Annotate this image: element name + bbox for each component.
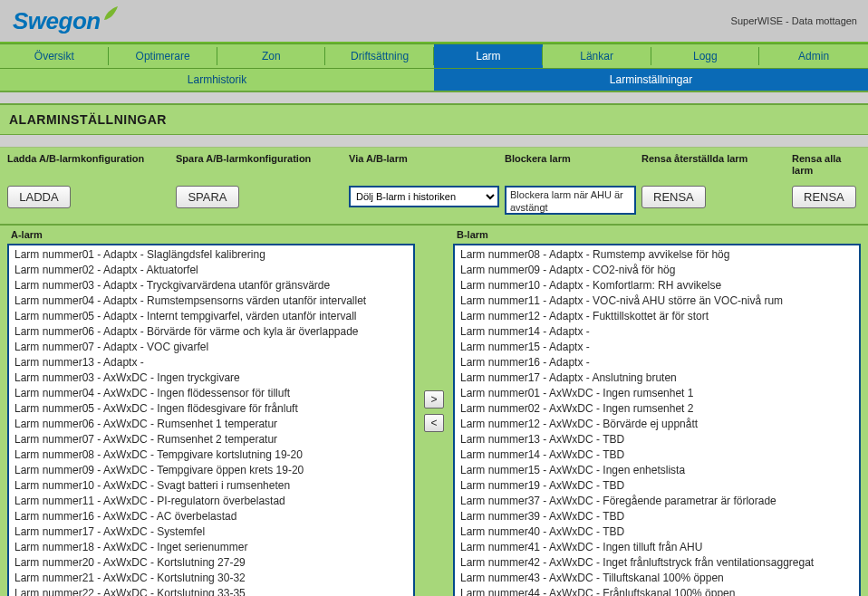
- list-item[interactable]: Larm nummer17 - Adaptx - Anslutning brut…: [457, 370, 857, 386]
- via-select[interactable]: Dölj B-larm i historiken: [349, 186, 499, 207]
- list-item[interactable]: Larm nummer14 - AxWxDC - TBD: [457, 447, 857, 463]
- clear-restored-label: Rensa återställda larm: [641, 153, 786, 177]
- list-item[interactable]: Larm nummer01 - AxWxDC - Ingen rumsenhet…: [457, 386, 857, 401]
- block-option[interactable]: Blockera larm när AHU är avstängt: [505, 186, 636, 215]
- move-left-button[interactable]: <: [424, 414, 444, 432]
- a-alarm-title: A-larm: [11, 229, 415, 240]
- lists-row: A-larm Larm nummer01 - Adaptx - Slagläng…: [0, 226, 868, 596]
- sub-nav: LarmhistorikLarminställningar: [0, 69, 868, 92]
- list-item[interactable]: Larm nummer10 - AxWxDC - Svagt batteri i…: [11, 478, 411, 494]
- clear-all-button[interactable]: RENSA: [792, 186, 856, 208]
- list-item[interactable]: Larm nummer03 - AxWxDC - Ingen tryckgiva…: [11, 370, 411, 386]
- nav-item-zon[interactable]: Zon: [217, 44, 326, 68]
- list-item[interactable]: Larm nummer42 - AxWxDC - Inget frånlufts…: [457, 555, 857, 571]
- list-item[interactable]: Larm nummer03 - Adaptx - Tryckgivarvärde…: [11, 278, 411, 293]
- nav-item-logg[interactable]: Logg: [651, 44, 760, 68]
- group-block: Blockera larm Blockera larm när AHU är a…: [505, 153, 636, 215]
- list-item[interactable]: Larm nummer41 - AxWxDC - Ingen tilluft f…: [457, 540, 857, 555]
- list-item[interactable]: Larm nummer04 - AxWxDC - Ingen flödessen…: [11, 386, 411, 401]
- list-item[interactable]: Larm nummer02 - Adaptx - Aktuatorfel: [11, 263, 411, 278]
- load-label: Ladda A/B-larmkonfiguration: [7, 153, 170, 177]
- list-item[interactable]: Larm nummer18 - AxWxDC - Inget serienumm…: [11, 540, 411, 555]
- list-item[interactable]: Larm nummer15 - AxWxDC - Ingen enhetslis…: [457, 463, 857, 478]
- list-item[interactable]: Larm nummer37 - AxWxDC - Föregående para…: [457, 494, 857, 509]
- list-item[interactable]: Larm nummer05 - AxWxDC - Ingen flödesgiv…: [11, 401, 411, 417]
- list-item[interactable]: Larm nummer09 - AxWxDC - Tempgivare öppe…: [11, 463, 411, 478]
- b-alarm-panel: B-larm Larm nummer08 - Adaptx - Rumstemp…: [453, 227, 861, 596]
- group-clear-all: Rensa alla larm RENSA: [792, 153, 861, 215]
- subnav-item-larminställningar[interactable]: Larminställningar: [434, 69, 868, 91]
- list-item[interactable]: Larm nummer09 - Adaptx - CO2-nivå för hö…: [457, 263, 857, 278]
- b-alarm-title: B-larm: [457, 229, 861, 240]
- via-label: Via A/B-larm: [349, 153, 499, 177]
- list-item[interactable]: Larm nummer06 - Adaptx - Börvärde för vä…: [11, 324, 411, 340]
- list-item[interactable]: Larm nummer20 - AxWxDC - Kortslutning 27…: [11, 555, 411, 571]
- list-item[interactable]: Larm nummer22 - AxWxDC - Kortslutning 33…: [11, 586, 411, 596]
- nav-item-larm[interactable]: Larm: [434, 44, 543, 68]
- list-item[interactable]: Larm nummer17 - AxWxDC - Systemfel: [11, 524, 411, 540]
- list-item[interactable]: Larm nummer19 - AxWxDC - TBD: [457, 478, 857, 494]
- save-label: Spara A/B-larmkonfiguration: [176, 153, 343, 177]
- page-title: ALARMINSTÄLLNINGAR: [0, 105, 868, 135]
- list-item[interactable]: Larm nummer12 - Adaptx - Fukttillskottet…: [457, 309, 857, 324]
- list-item[interactable]: Larm nummer40 - AxWxDC - TBD: [457, 524, 857, 540]
- list-item[interactable]: Larm nummer14 - Adaptx -: [457, 324, 857, 340]
- list-item[interactable]: Larm nummer11 - AxWxDC - PI-regulatorn ö…: [11, 494, 411, 509]
- list-item[interactable]: Larm nummer08 - AxWxDC - Tempgivare kort…: [11, 447, 411, 463]
- main-nav: ÖversiktOptimerareZonDriftsättningLarmLä…: [0, 43, 868, 69]
- b-alarm-list[interactable]: Larm nummer08 - Adaptx - Rumstemp avvike…: [453, 244, 861, 596]
- list-item[interactable]: Larm nummer44 - AxWxDC - Frånluftskanal …: [457, 586, 857, 596]
- list-item[interactable]: Larm nummer13 - Adaptx -: [11, 355, 411, 370]
- a-alarm-panel: A-larm Larm nummer01 - Adaptx - Slagläng…: [7, 227, 415, 596]
- move-right-button[interactable]: >: [424, 390, 444, 409]
- nav-item-admin[interactable]: Admin: [759, 44, 868, 68]
- a-alarm-list[interactable]: Larm nummer01 - Adaptx - Slaglängdsfel k…: [7, 244, 415, 596]
- move-column: > <: [420, 227, 448, 432]
- list-item[interactable]: Larm nummer15 - Adaptx -: [457, 340, 857, 355]
- divider: [0, 92, 868, 105]
- list-item[interactable]: Larm nummer21 - AxWxDC - Kortslutning 30…: [11, 571, 411, 586]
- list-item[interactable]: Larm nummer07 - Adaptx - VOC givarfel: [11, 340, 411, 355]
- list-item[interactable]: Larm nummer43 - AxWxDC - Tilluftskanal 1…: [457, 571, 857, 586]
- list-item[interactable]: Larm nummer06 - AxWxDC - Rumsenhet 1 tem…: [11, 417, 411, 432]
- save-button[interactable]: SPARA: [176, 186, 239, 208]
- top-bar: Swegon SuperWISE - Data mottagen: [0, 0, 868, 43]
- list-item[interactable]: Larm nummer01 - Adaptx - Slaglängdsfel k…: [11, 247, 411, 263]
- nav-item-länkar[interactable]: Länkar: [543, 44, 651, 68]
- clear-all-label: Rensa alla larm: [792, 153, 861, 177]
- group-clear-restored: Rensa återställda larm RENSA: [641, 153, 786, 215]
- list-item[interactable]: Larm nummer04 - Adaptx - Rumstempsensorn…: [11, 293, 411, 309]
- list-item[interactable]: Larm nummer08 - Adaptx - Rumstemp avvike…: [457, 247, 857, 263]
- list-item[interactable]: Larm nummer02 - AxWxDC - Ingen rumsenhet…: [457, 401, 857, 417]
- list-item[interactable]: Larm nummer16 - Adaptx -: [457, 355, 857, 370]
- controls-bar: Ladda A/B-larmkonfiguration LADDA Spara …: [0, 148, 868, 226]
- list-item[interactable]: Larm nummer07 - AxWxDC - Rumsenhet 2 tem…: [11, 432, 411, 447]
- nav-item-driftsättning[interactable]: Driftsättning: [325, 44, 434, 68]
- list-item[interactable]: Larm nummer13 - AxWxDC - TBD: [457, 432, 857, 447]
- list-item[interactable]: Larm nummer39 - AxWxDC - TBD: [457, 509, 857, 524]
- group-load: Ladda A/B-larmkonfiguration LADDA: [7, 153, 170, 215]
- status-text: SuperWISE - Data mottagen: [731, 15, 857, 26]
- list-item[interactable]: Larm nummer16 - AxWxDC - AC överbelastad: [11, 509, 411, 524]
- brand-text: Swegon: [13, 7, 101, 35]
- list-item[interactable]: Larm nummer10 - Adaptx - Komfortlarm: RH…: [457, 278, 857, 293]
- subnav-item-larmhistorik[interactable]: Larmhistorik: [0, 69, 434, 91]
- brand-logo: Swegon: [13, 7, 119, 35]
- group-via: Via A/B-larm Dölj B-larm i historiken: [349, 153, 499, 215]
- list-item[interactable]: Larm nummer11 - Adaptx - VOC-nivå AHU st…: [457, 293, 857, 309]
- list-item[interactable]: Larm nummer12 - AxWxDC - Börvärde ej upp…: [457, 417, 857, 432]
- list-item[interactable]: Larm nummer05 - Adaptx - Internt tempgiv…: [11, 309, 411, 324]
- load-button[interactable]: LADDA: [7, 186, 71, 208]
- group-save: Spara A/B-larmkonfiguration SPARA: [176, 153, 343, 215]
- nav-item-optimerare[interactable]: Optimerare: [109, 44, 217, 68]
- leaf-icon: [102, 5, 119, 22]
- divider: [0, 135, 868, 148]
- block-label: Blockera larm: [505, 153, 636, 177]
- clear-restored-button[interactable]: RENSA: [641, 186, 706, 208]
- nav-item-översikt[interactable]: Översikt: [0, 44, 109, 68]
